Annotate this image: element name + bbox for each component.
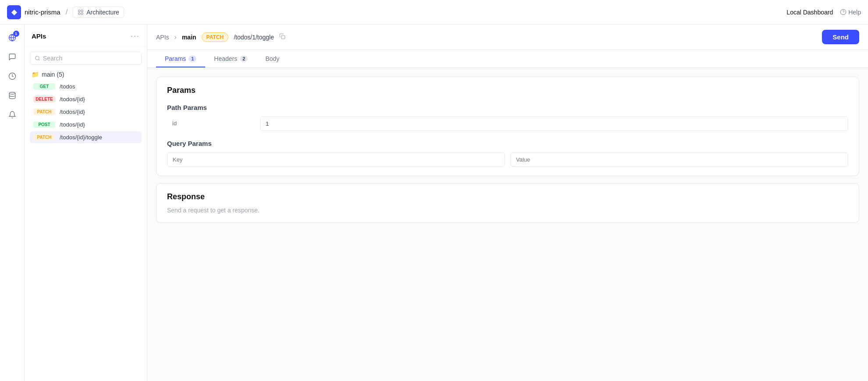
clock-icon <box>8 72 16 80</box>
chat-icon <box>8 53 16 61</box>
icon-sidebar: 1 <box>0 25 25 381</box>
params-card: Params Path Params id Query Params <box>156 77 859 176</box>
folder-icon: 📁 <box>32 71 39 78</box>
param-key-label: id <box>167 116 255 131</box>
api-sidebar-title: APIs <box>32 32 46 40</box>
architecture-icon <box>78 9 84 15</box>
breadcrumb-main[interactable]: main <box>182 34 196 41</box>
svg-rect-1 <box>81 10 83 11</box>
architecture-label: Architecture <box>86 9 119 16</box>
sidebar-globe-button[interactable]: 1 <box>4 30 20 46</box>
sidebar-notification-button[interactable] <box>4 107 20 123</box>
sidebar-clock-button[interactable] <box>4 68 20 84</box>
api-list: GET /todos DELETE /todos/{id} PATCH /tod… <box>30 81 142 143</box>
bell-icon <box>8 111 16 119</box>
tabs-bar: Params 1Headers 2Body <box>147 50 868 68</box>
project-name: nitric-prisma <box>25 8 60 16</box>
storage-icon <box>8 92 16 99</box>
path-params-list: id <box>167 116 848 131</box>
api-list-item[interactable]: DELETE /todos/{id} <box>30 93 142 105</box>
api-sidebar-header: APIs ··· <box>25 25 147 46</box>
response-hint: Send a request to get a response. <box>167 207 848 214</box>
send-button[interactable]: Send <box>822 30 859 44</box>
query-params-title: Query Params <box>167 140 848 147</box>
api-sidebar: APIs ··· 📁 main (5) GET /todos DELETE /t… <box>25 25 147 381</box>
search-box <box>30 52 142 65</box>
method-badge: PATCH <box>33 109 55 115</box>
endpoint-path: /todos/{id} <box>60 109 85 115</box>
tab-body[interactable]: Body <box>256 50 288 67</box>
response-card: Response Send a request to get a respons… <box>156 183 859 223</box>
param-value-input[interactable] <box>260 116 848 131</box>
main-content: APIs › main PATCH /todos/1/toggle Send P… <box>147 25 868 381</box>
content-area: Params Path Params id Query Params Respo… <box>147 68 868 381</box>
sidebar-storage-button[interactable] <box>4 88 20 103</box>
svg-rect-2 <box>78 13 80 14</box>
endpoint-path: /todos/{id}/toggle <box>60 134 102 141</box>
response-title: Response <box>167 192 848 201</box>
method-badge: GET <box>33 83 55 90</box>
topbar-right: Local Dashboard Help <box>786 9 861 16</box>
architecture-button[interactable]: Architecture <box>73 7 124 18</box>
separator: / <box>66 8 68 16</box>
svg-point-9 <box>9 92 15 95</box>
request-bar: APIs › main PATCH /todos/1/toggle Send <box>147 25 868 50</box>
endpoint-path: /todos/{id} <box>60 121 85 128</box>
tab-label: Params <box>165 55 186 62</box>
help-icon <box>840 9 847 15</box>
path-param-row: id <box>167 116 848 131</box>
method-badge: PATCH <box>33 134 55 141</box>
query-params-row <box>167 152 848 167</box>
logo: ◆ <box>7 5 21 19</box>
method-badge: PATCH <box>202 32 229 42</box>
api-list-item[interactable]: PATCH /todos/{id} <box>30 106 142 118</box>
api-group-name: main (5) <box>42 71 64 78</box>
local-dashboard-link[interactable]: Local Dashboard <box>786 9 833 16</box>
copy-icon[interactable] <box>279 33 285 41</box>
query-value-input[interactable] <box>510 152 848 167</box>
sidebar-chat-button[interactable] <box>4 49 20 65</box>
svg-rect-3 <box>81 13 83 14</box>
api-group: 📁 main (5) GET /todos DELETE /todos/{id}… <box>25 68 147 143</box>
endpoint-path: /todos/{id} <box>60 96 85 102</box>
svg-rect-0 <box>78 10 80 11</box>
query-key-input[interactable] <box>167 152 505 167</box>
tab-count: 1 <box>189 56 196 62</box>
api-group-header[interactable]: 📁 main (5) <box>30 68 142 81</box>
help-label: Help <box>848 9 861 16</box>
svg-rect-12 <box>281 35 285 39</box>
svg-point-4 <box>840 9 846 15</box>
api-list-item[interactable]: GET /todos <box>30 81 142 92</box>
breadcrumb-apis[interactable]: APIs <box>156 34 169 41</box>
path-params-title: Path Params <box>167 104 848 111</box>
method-badge: DELETE <box>33 96 55 102</box>
help-button[interactable]: Help <box>840 9 861 16</box>
svg-line-11 <box>39 59 39 60</box>
svg-point-10 <box>36 56 39 60</box>
url-path: /todos/1/toggle <box>234 34 274 41</box>
api-list-item[interactable]: POST /todos/{id} <box>30 119 142 131</box>
main-layout: 1 APIs ··· <box>0 25 868 381</box>
endpoint-path: /todos <box>60 83 75 90</box>
topbar: ◆ nitric-prisma / Architecture Local Das… <box>0 0 868 25</box>
tab-label: Body <box>265 55 279 62</box>
more-options-button[interactable]: ··· <box>131 32 140 41</box>
tab-params[interactable]: Params 1 <box>156 50 205 67</box>
api-list-item[interactable]: PATCH /todos/{id}/toggle <box>30 131 142 143</box>
tab-count: 2 <box>240 56 248 62</box>
globe-badge: 1 <box>13 31 19 37</box>
tab-label: Headers <box>214 55 237 62</box>
params-section-title: Params <box>167 86 848 95</box>
tab-headers[interactable]: Headers 2 <box>205 50 256 67</box>
search-icon <box>35 55 40 61</box>
search-input[interactable] <box>43 55 137 62</box>
method-badge: POST <box>33 121 55 128</box>
